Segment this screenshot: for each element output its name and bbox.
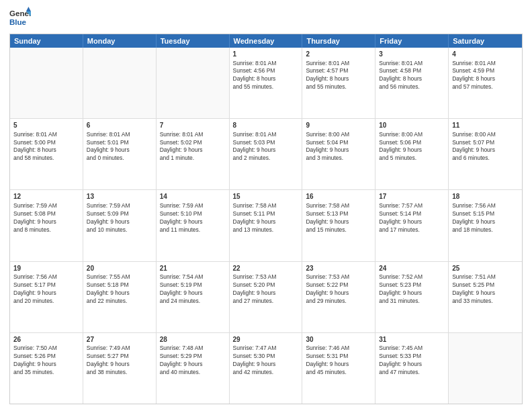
day-cell-9: 9Sunrise: 8:00 AM Sunset: 5:04 PM Daylig… [302,119,375,189]
day-number: 26 [13,335,79,345]
day-info: Sunrise: 7:58 AM Sunset: 5:13 PM Dayligh… [306,202,371,234]
day-cell-18: 18Sunrise: 7:56 AM Sunset: 5:15 PM Dayli… [449,190,522,261]
calendar-row-5: 26Sunrise: 7:50 AM Sunset: 5:26 PM Dayli… [10,332,522,404]
calendar-header: SundayMondayTuesdayWednesdayThursdayFrid… [10,34,522,48]
day-cell-15: 15Sunrise: 7:58 AM Sunset: 5:11 PM Dayli… [230,190,303,261]
day-number: 25 [452,264,519,273]
weekday-header-sunday: Sunday [10,34,83,48]
day-number: 13 [87,192,152,201]
day-cell-3: 3Sunrise: 8:01 AM Sunset: 4:58 PM Daylig… [375,48,449,118]
day-info: Sunrise: 7:56 AM Sunset: 5:17 PM Dayligh… [13,273,79,306]
day-cell-29: 29Sunrise: 7:47 AM Sunset: 5:30 PM Dayli… [230,333,303,404]
empty-cell [83,48,157,118]
day-number: 17 [379,192,445,201]
day-cell-12: 12Sunrise: 7:59 AM Sunset: 5:08 PM Dayli… [10,190,83,261]
weekday-header-monday: Monday [83,34,157,48]
day-info: Sunrise: 8:00 AM Sunset: 5:07 PM Dayligh… [452,131,519,163]
day-info: Sunrise: 7:52 AM Sunset: 5:23 PM Dayligh… [379,273,445,306]
day-cell-16: 16Sunrise: 7:58 AM Sunset: 5:13 PM Dayli… [302,190,375,261]
day-number: 1 [233,50,299,59]
day-cell-22: 22Sunrise: 7:53 AM Sunset: 5:20 PM Dayli… [230,262,303,332]
day-number: 7 [160,121,226,130]
day-info: Sunrise: 8:00 AM Sunset: 5:04 PM Dayligh… [306,131,371,163]
day-cell-20: 20Sunrise: 7:55 AM Sunset: 5:18 PM Dayli… [83,262,157,332]
day-number: 14 [160,192,226,201]
day-number: 5 [13,121,79,130]
day-number: 18 [452,192,519,201]
day-number: 16 [306,192,371,201]
day-cell-14: 14Sunrise: 7:59 AM Sunset: 5:10 PM Dayli… [157,190,230,261]
day-number: 30 [306,335,371,345]
day-number: 12 [13,192,79,201]
day-info: Sunrise: 8:01 AM Sunset: 4:56 PM Dayligh… [233,60,299,92]
day-cell-5: 5Sunrise: 8:01 AM Sunset: 5:00 PM Daylig… [10,119,83,189]
day-info: Sunrise: 7:47 AM Sunset: 5:30 PM Dayligh… [233,345,299,377]
day-number: 10 [379,121,445,130]
day-cell-10: 10Sunrise: 8:00 AM Sunset: 5:06 PM Dayli… [375,119,449,189]
calendar: SundayMondayTuesdayWednesdayThursdayFrid… [9,34,523,404]
day-cell-1: 1Sunrise: 8:01 AM Sunset: 4:56 PM Daylig… [230,48,303,118]
empty-cell [449,333,522,404]
svg-text:Blue: Blue [9,18,27,26]
day-info: Sunrise: 7:55 AM Sunset: 5:18 PM Dayligh… [87,273,152,306]
calendar-body: 1Sunrise: 8:01 AM Sunset: 4:56 PM Daylig… [10,48,522,404]
day-info: Sunrise: 7:59 AM Sunset: 5:08 PM Dayligh… [13,202,79,234]
day-cell-7: 7Sunrise: 8:01 AM Sunset: 5:02 PM Daylig… [157,119,230,189]
day-number: 22 [233,264,299,273]
day-cell-26: 26Sunrise: 7:50 AM Sunset: 5:26 PM Dayli… [10,333,83,404]
day-cell-28: 28Sunrise: 7:48 AM Sunset: 5:29 PM Dayli… [157,333,230,404]
day-cell-11: 11Sunrise: 8:00 AM Sunset: 5:07 PM Dayli… [449,119,522,189]
day-info: Sunrise: 7:50 AM Sunset: 5:26 PM Dayligh… [13,345,79,377]
day-cell-13: 13Sunrise: 7:59 AM Sunset: 5:09 PM Dayli… [83,190,157,261]
calendar-row-4: 19Sunrise: 7:56 AM Sunset: 5:17 PM Dayli… [10,261,522,332]
day-info: Sunrise: 7:46 AM Sunset: 5:31 PM Dayligh… [306,345,371,377]
page: General Blue SundayMondayTuesdayWednesda… [0,0,532,411]
day-info: Sunrise: 7:59 AM Sunset: 5:09 PM Dayligh… [87,202,152,234]
day-info: Sunrise: 8:01 AM Sunset: 4:59 PM Dayligh… [452,60,519,92]
weekday-header-thursday: Thursday [302,34,375,48]
day-cell-31: 31Sunrise: 7:45 AM Sunset: 5:33 PM Dayli… [375,333,449,404]
day-number: 21 [160,264,226,273]
empty-cell [157,48,230,118]
day-number: 3 [379,50,445,59]
day-number: 15 [233,192,299,201]
day-cell-30: 30Sunrise: 7:46 AM Sunset: 5:31 PM Dayli… [302,333,375,404]
day-info: Sunrise: 7:53 AM Sunset: 5:20 PM Dayligh… [233,273,299,306]
day-number: 8 [233,121,299,130]
day-number: 20 [87,264,152,273]
calendar-row-1: 1Sunrise: 8:01 AM Sunset: 4:56 PM Daylig… [10,48,522,118]
day-cell-27: 27Sunrise: 7:49 AM Sunset: 5:27 PM Dayli… [83,333,157,404]
day-info: Sunrise: 8:01 AM Sunset: 4:58 PM Dayligh… [379,60,445,92]
day-info: Sunrise: 8:01 AM Sunset: 4:57 PM Dayligh… [306,60,371,92]
calendar-row-2: 5Sunrise: 8:01 AM Sunset: 5:00 PM Daylig… [10,118,522,189]
day-number: 24 [379,264,445,273]
day-number: 4 [452,50,519,59]
day-info: Sunrise: 7:53 AM Sunset: 5:22 PM Dayligh… [306,273,371,306]
day-info: Sunrise: 7:54 AM Sunset: 5:19 PM Dayligh… [160,273,226,306]
day-cell-4: 4Sunrise: 8:01 AM Sunset: 4:59 PM Daylig… [449,48,522,118]
day-info: Sunrise: 7:45 AM Sunset: 5:33 PM Dayligh… [379,345,445,377]
day-info: Sunrise: 8:01 AM Sunset: 5:00 PM Dayligh… [13,131,79,163]
weekday-header-saturday: Saturday [449,34,522,48]
day-info: Sunrise: 7:49 AM Sunset: 5:27 PM Dayligh… [87,345,152,377]
day-cell-24: 24Sunrise: 7:52 AM Sunset: 5:23 PM Dayli… [375,262,449,332]
day-cell-23: 23Sunrise: 7:53 AM Sunset: 5:22 PM Dayli… [302,262,375,332]
day-info: Sunrise: 7:58 AM Sunset: 5:11 PM Dayligh… [233,202,299,234]
weekday-header-friday: Friday [375,34,449,48]
day-info: Sunrise: 8:00 AM Sunset: 5:06 PM Dayligh… [379,131,445,163]
day-number: 31 [379,335,445,345]
day-info: Sunrise: 7:57 AM Sunset: 5:14 PM Dayligh… [379,202,445,234]
day-number: 2 [306,50,371,59]
day-number: 6 [87,121,152,130]
day-info: Sunrise: 7:56 AM Sunset: 5:15 PM Dayligh… [452,202,519,234]
day-cell-25: 25Sunrise: 7:51 AM Sunset: 5:25 PM Dayli… [449,262,522,332]
day-info: Sunrise: 7:51 AM Sunset: 5:25 PM Dayligh… [452,273,519,306]
day-info: Sunrise: 7:59 AM Sunset: 5:10 PM Dayligh… [160,202,226,234]
day-cell-19: 19Sunrise: 7:56 AM Sunset: 5:17 PM Dayli… [10,262,83,332]
day-cell-6: 6Sunrise: 8:01 AM Sunset: 5:01 PM Daylig… [83,119,157,189]
day-cell-2: 2Sunrise: 8:01 AM Sunset: 4:57 PM Daylig… [302,48,375,118]
logo: General Blue [9,7,31,28]
day-cell-21: 21Sunrise: 7:54 AM Sunset: 5:19 PM Dayli… [157,262,230,332]
day-cell-17: 17Sunrise: 7:57 AM Sunset: 5:14 PM Dayli… [375,190,449,261]
day-info: Sunrise: 7:48 AM Sunset: 5:29 PM Dayligh… [160,345,226,377]
